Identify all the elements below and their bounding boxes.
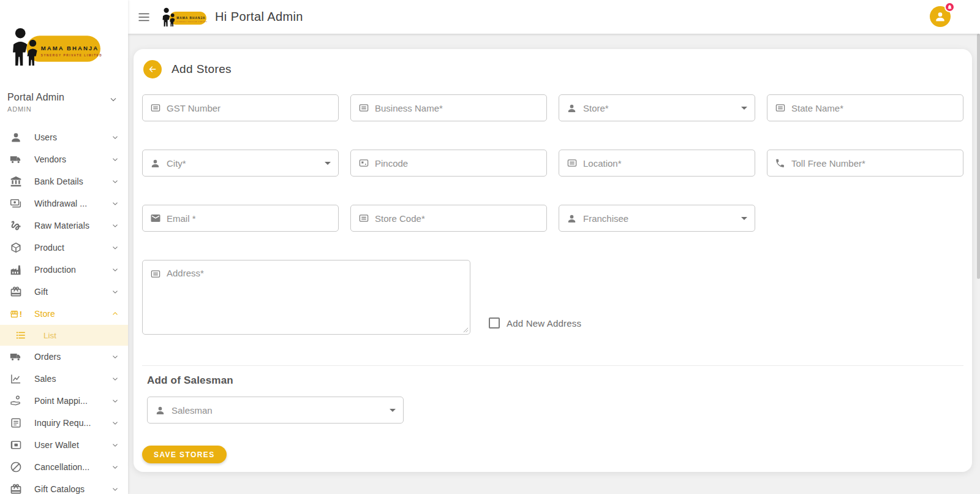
pincode-field[interactable] <box>350 150 547 177</box>
card-text-icon <box>358 102 369 113</box>
add-new-address-option[interactable]: Add New Address <box>489 317 581 329</box>
sidebar-item-inquiry-request[interactable]: Inquiry Requ... <box>0 412 128 434</box>
chevron-down-icon <box>111 199 119 208</box>
gst-number-field[interactable] <box>142 94 339 121</box>
wallet-icon <box>10 439 22 451</box>
toll-free-number-field[interactable] <box>767 150 963 177</box>
chart-icon <box>10 373 22 385</box>
phone-icon <box>775 158 786 169</box>
chevron-down-icon <box>111 352 119 361</box>
chevron-down-icon <box>111 265 119 274</box>
back-button[interactable] <box>143 60 162 78</box>
truck-icon <box>10 351 22 363</box>
location-input[interactable] <box>583 158 747 169</box>
email-input[interactable] <box>167 213 331 224</box>
address-field[interactable] <box>142 260 470 335</box>
window-scrollbar <box>977 34 980 494</box>
business-name-input[interactable] <box>375 103 539 113</box>
save-stores-button[interactable]: SAVE STORES <box>142 446 227 463</box>
page-greeting-title: Hi Portal Admin <box>215 10 303 24</box>
card-text-icon <box>150 102 161 113</box>
chevron-down-icon <box>111 177 119 186</box>
person-icon <box>155 405 166 416</box>
chevron-down-icon <box>111 397 119 405</box>
bank-icon <box>10 175 22 188</box>
sidebar-item-raw-materials[interactable]: Raw Materials <box>0 215 128 237</box>
chevron-down-icon <box>111 463 119 471</box>
page-title: Add Stores <box>172 63 232 76</box>
card-text-icon <box>358 213 369 224</box>
address-row: Add New Address <box>142 260 963 335</box>
sidebar-item-gift[interactable]: Gift <box>0 281 128 303</box>
store-select[interactable]: Store* <box>559 94 755 121</box>
add-stores-card: Add Stores Store* <box>134 49 972 472</box>
sidebar-nav: Users Vendors Bank Details Withdrawal ..… <box>0 126 128 494</box>
sidebar-item-product[interactable]: Product <box>0 237 128 259</box>
section-divider <box>142 365 963 366</box>
profile-role: ADMIN <box>7 105 64 113</box>
franchisee-select[interactable]: Franchisee <box>559 205 755 232</box>
scrollbar-thumb[interactable] <box>977 34 980 279</box>
svg-text:SYNERGY PRIVATE LIMITED: SYNERGY PRIVATE LIMITED <box>176 20 207 21</box>
sidebar: MAMA BHANJA SYNERGY PRIVATE LIMITED Port… <box>0 0 128 494</box>
salesman-section-title: Add of Salesman <box>147 374 962 387</box>
state-name-input[interactable] <box>791 103 956 113</box>
sidebar-item-user-wallet[interactable]: User Wallet <box>0 434 128 456</box>
store-code-field[interactable] <box>350 205 547 232</box>
chevron-down-icon[interactable] <box>108 94 118 104</box>
sidebar-item-production[interactable]: Production <box>0 259 128 281</box>
store-code-input[interactable] <box>375 213 539 224</box>
sidebar-item-users[interactable]: Users <box>0 126 128 148</box>
sidebar-item-cancellation[interactable]: Cancellation... <box>0 456 128 478</box>
notification-badge[interactable] <box>944 2 955 12</box>
chevron-down-icon <box>111 419 119 427</box>
main-content: Add Stores Store* <box>128 34 980 494</box>
empty-grid-cell <box>767 205 963 232</box>
sidebar-item-vendors[interactable]: Vendors <box>0 148 128 170</box>
chevron-down-icon <box>111 133 119 142</box>
sidebar-item-withdrawal[interactable]: Withdrawal ... <box>0 192 128 215</box>
toll-free-number-input[interactable] <box>791 158 956 169</box>
sidebar-item-bank-details[interactable]: Bank Details <box>0 170 128 192</box>
card-text-icon <box>567 158 578 169</box>
user-avatar[interactable] <box>930 6 951 27</box>
card-header: Add Stores <box>142 55 963 78</box>
business-name-field[interactable] <box>350 94 547 121</box>
truck-icon <box>10 153 22 165</box>
chevron-down-icon <box>111 485 119 493</box>
brand-logo: MAMA BHANJA SYNERGY PRIVATE LIMITED <box>0 0 128 66</box>
state-name-field[interactable] <box>767 94 963 121</box>
gst-number-input[interactable] <box>167 103 331 113</box>
list-icon <box>15 330 26 341</box>
block-icon <box>10 461 22 473</box>
gift-icon <box>10 286 22 298</box>
chevron-down-icon <box>111 287 119 296</box>
sidebar-item-gift-catalogs[interactable]: Gift Catalogs <box>0 478 128 494</box>
gift-icon <box>10 483 22 494</box>
chevron-down-icon <box>111 155 119 164</box>
banknote-icon <box>10 197 22 210</box>
store-form-grid: Store* City* <box>142 94 963 232</box>
city-select[interactable]: City* <box>142 150 339 177</box>
resize-handle-icon[interactable] <box>463 327 469 333</box>
salesman-select[interactable]: Salesman <box>147 397 404 424</box>
pincode-input[interactable] <box>375 158 539 169</box>
sidebar-item-orders[interactable]: Orders <box>0 346 128 368</box>
chevron-down-icon <box>111 221 119 230</box>
address-textarea[interactable] <box>143 260 470 334</box>
mama-bhanja-logo-icon: MAMA BHANJA SYNERGY PRIVATE LIMITED <box>10 28 103 66</box>
add-new-address-checkbox[interactable] <box>489 317 500 329</box>
sidebar-item-point-mapping[interactable]: Point Mappi... <box>0 390 128 412</box>
person-icon <box>10 131 22 143</box>
card-text-icon <box>775 102 786 113</box>
location-field[interactable] <box>559 150 755 177</box>
hamburger-menu-icon[interactable] <box>137 9 153 25</box>
email-field[interactable] <box>142 205 339 232</box>
chevron-down-icon <box>111 374 119 383</box>
sidebar-item-store[interactable]: ! Store <box>0 303 128 325</box>
package-icon <box>10 241 22 254</box>
sidebar-subitem-list[interactable]: List <box>0 325 128 346</box>
sidebar-item-sales[interactable]: Sales <box>0 368 128 390</box>
profile-name: Portal Admin <box>7 92 64 103</box>
svg-text:MAMA BHANJA: MAMA BHANJA <box>176 16 205 19</box>
